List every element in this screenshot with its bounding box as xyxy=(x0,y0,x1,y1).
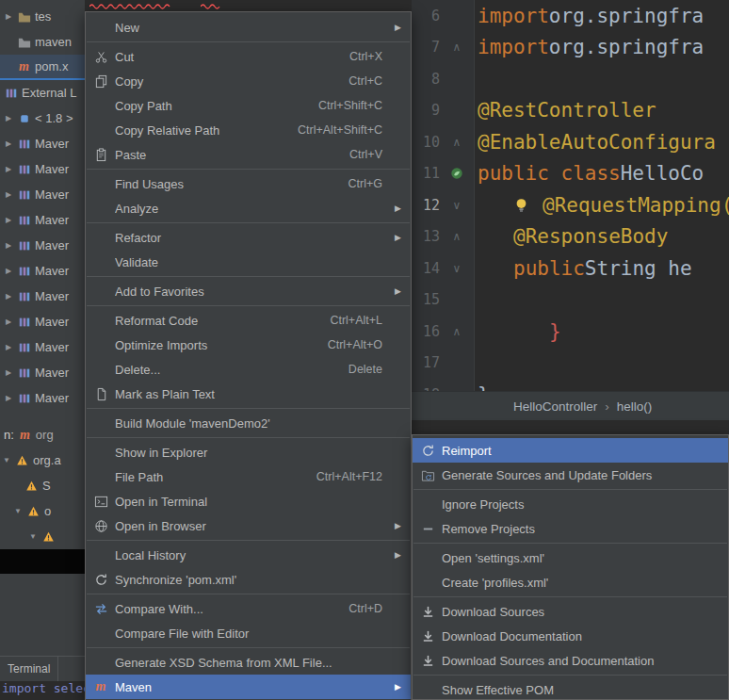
chevron-right-icon[interactable]: ▶ xyxy=(4,343,13,351)
tree-item-external-libraries[interactable]: External L xyxy=(0,80,85,106)
menu-separator xyxy=(87,647,410,648)
fold-collapse-icon[interactable]: ∧ xyxy=(440,231,474,242)
terminal-output[interactable]: import selec xyxy=(0,681,85,700)
chevron-right-icon[interactable]: ▶ xyxy=(4,12,13,21)
warning-item[interactable]: ▼ xyxy=(0,524,85,549)
menu-item-reformat-code[interactable]: Reformat CodeCtrl+Alt+L xyxy=(86,308,411,333)
menu-item-file-path[interactable]: File PathCtrl+Alt+F12 xyxy=(86,464,411,489)
selected-row-highlight[interactable] xyxy=(0,549,85,574)
submenu-item-download-sources[interactable]: Download Sources xyxy=(413,599,728,624)
terminal-tab-bar: Terminal xyxy=(0,656,85,681)
menu-item-compare-with[interactable]: Compare With...Ctrl+D xyxy=(86,596,411,621)
chevron-right-icon[interactable]: ▶ xyxy=(4,139,13,148)
tree-item-jdk[interactable]: ▶ < 1.8 > xyxy=(0,106,85,131)
submenu-item-open-settings-xml[interactable]: Open 'settings.xml' xyxy=(413,545,728,570)
intention-bulb-icon[interactable] xyxy=(513,197,529,213)
tree-item-maven-lib[interactable]: ▶Maver xyxy=(0,334,85,360)
chevron-down-icon[interactable]: ▼ xyxy=(28,532,38,541)
submenu-item-download-documentation[interactable]: Download Documentation xyxy=(413,624,728,648)
tree-item-label: tes xyxy=(35,9,51,24)
tab-pom-xml[interactable]: m pom.x xyxy=(0,55,85,80)
project-panel: ▶ tes maven m pom.x External L ▶ xyxy=(0,0,85,700)
fold-collapse-icon[interactable]: ∧ xyxy=(440,41,474,53)
chevron-right-icon[interactable]: ▶ xyxy=(4,165,13,173)
warning-item[interactable]: ▼ org.a xyxy=(0,448,85,473)
fold-collapse-icon[interactable]: ∧ xyxy=(440,137,474,148)
chevron-right-icon[interactable]: ▶ xyxy=(4,190,13,199)
chevron-down-icon[interactable]: ▼ xyxy=(2,456,11,464)
warning-item[interactable]: ▼ o xyxy=(0,498,85,524)
breadcrumb-method[interactable]: hello() xyxy=(617,399,653,414)
menu-item-analyze[interactable]: Analyze▶ xyxy=(86,196,411,220)
menu-item-maven[interactable]: mMaven▶ xyxy=(86,675,411,699)
line-number: 10 xyxy=(412,134,440,151)
menu-item-copy-path[interactable]: Copy PathCtrl+Shift+C xyxy=(86,93,411,118)
code-editor[interactable]: 6import org.springfra 7∧import org.sprin… xyxy=(412,0,729,391)
fold-collapse-icon[interactable]: ∧ xyxy=(440,326,474,337)
submenu-item-create-profiles-xml[interactable]: Create 'profiles.xml' xyxy=(413,570,728,594)
tree-item-maven-folder[interactable]: maven xyxy=(0,29,85,55)
submenu-item-remove-projects[interactable]: Remove Projects xyxy=(413,516,728,541)
chevron-down-icon[interactable]: ▼ xyxy=(13,507,23,515)
menu-item-open-in-terminal[interactable]: Open in Terminal xyxy=(86,489,411,513)
menu-item-copy-relative-path[interactable]: Copy Relative PathCtrl+Alt+Shift+C xyxy=(86,118,411,142)
tree-item-maven-lib[interactable]: ▶Maver xyxy=(0,360,85,385)
submenu-arrow-icon: ▶ xyxy=(392,23,401,32)
chevron-right-icon[interactable]: ▶ xyxy=(4,114,13,122)
tree-item-maven-lib[interactable]: ▶Maver xyxy=(0,385,85,411)
tab-terminal[interactable]: Terminal xyxy=(0,657,58,681)
menu-item-paste[interactable]: PasteCtrl+V xyxy=(86,142,411,167)
submenu-item-reimport[interactable]: Reimport xyxy=(413,438,728,463)
submenu-item-generate-sources[interactable]: Generate Sources and Update Folders xyxy=(413,463,728,487)
tree-item-maven-lib[interactable]: ▶Maver xyxy=(0,182,85,207)
maven-group-row[interactable]: n: m org xyxy=(0,422,85,448)
generate-sources-icon xyxy=(419,467,436,482)
menu-item-show-in-explorer[interactable]: Show in Explorer xyxy=(86,440,411,464)
menu-item-add-to-favorites[interactable]: Add to Favorites▶ xyxy=(86,279,411,303)
spring-bean-icon[interactable] xyxy=(440,167,474,180)
menu-item-compare-file-with-editor[interactable]: Compare File with Editor xyxy=(86,621,411,645)
menu-item-generate-xsd[interactable]: Generate XSD Schema from XML File... xyxy=(86,650,411,675)
menu-item-refactor[interactable]: Refactor▶ xyxy=(86,225,411,250)
menu-item-cut[interactable]: CutCtrl+X xyxy=(86,44,411,69)
menu-separator xyxy=(87,305,410,306)
tree-item-maven-lib[interactable]: ▶Maver xyxy=(0,207,85,233)
breadcrumb-class[interactable]: HelloController xyxy=(513,399,597,414)
tree-item-maven-lib[interactable]: ▶Maver xyxy=(0,258,85,284)
submenu-item-show-effective-pom[interactable]: Show Effective POM xyxy=(413,677,728,700)
menu-item-optimize-imports[interactable]: Optimize ImportsCtrl+Alt+O xyxy=(86,333,411,357)
tree-item-maven-lib[interactable]: ▶Maver xyxy=(0,233,85,258)
line-number: 11 xyxy=(412,165,440,182)
tree-item-maven-lib[interactable]: ▶Maver xyxy=(0,309,85,334)
menu-item-new[interactable]: New▶ xyxy=(86,15,411,40)
fold-expand-icon[interactable]: ∨ xyxy=(440,200,474,211)
tree-item-test-folder[interactable]: ▶ tes xyxy=(0,4,85,29)
tree-item-maven-lib[interactable]: ▶Maver xyxy=(0,156,85,182)
chevron-right-icon[interactable]: ▶ xyxy=(4,241,13,250)
tree-item-maven-lib[interactable]: ▶Maver xyxy=(0,284,85,309)
chevron-right-icon[interactable]: ▶ xyxy=(4,292,13,301)
warning-item[interactable]: S xyxy=(0,473,85,498)
menu-item-validate[interactable]: Validate xyxy=(86,250,411,274)
chevron-right-icon[interactable]: ▶ xyxy=(4,216,13,224)
fold-expand-icon[interactable]: ∨ xyxy=(440,263,474,274)
library-icon xyxy=(17,315,31,329)
tree-item-maven-lib[interactable]: ▶Maver xyxy=(0,131,85,156)
breadcrumb-separator-icon: › xyxy=(605,399,609,414)
menu-item-copy[interactable]: CopyCtrl+C xyxy=(86,69,411,93)
menu-item-delete[interactable]: Delete...Delete xyxy=(86,357,411,382)
chevron-right-icon[interactable]: ▶ xyxy=(4,394,13,402)
library-icon xyxy=(17,137,31,151)
chevron-right-icon[interactable]: ▶ xyxy=(4,267,13,275)
menu-item-synchronize[interactable]: Synchronize 'pom.xml' xyxy=(86,567,411,592)
menu-item-build-module[interactable]: Build Module 'mavenDemo2' xyxy=(86,411,411,435)
menu-item-find-usages[interactable]: Find UsagesCtrl+G xyxy=(86,171,411,196)
submenu-item-download-sources-and-documentation[interactable]: Download Sources and Documentation xyxy=(413,648,728,673)
context-menu: New▶ CutCtrl+X CopyCtrl+C Copy PathCtrl+… xyxy=(85,11,412,700)
menu-item-mark-as-plain-text[interactable]: Mark as Plain Text xyxy=(86,382,411,406)
chevron-right-icon[interactable]: ▶ xyxy=(4,368,13,377)
menu-item-open-in-browser[interactable]: Open in Browser▶ xyxy=(86,513,411,538)
menu-item-local-history[interactable]: Local History▶ xyxy=(86,543,411,567)
submenu-item-ignore-projects[interactable]: Ignore Projects xyxy=(413,492,728,516)
chevron-right-icon[interactable]: ▶ xyxy=(4,317,13,326)
